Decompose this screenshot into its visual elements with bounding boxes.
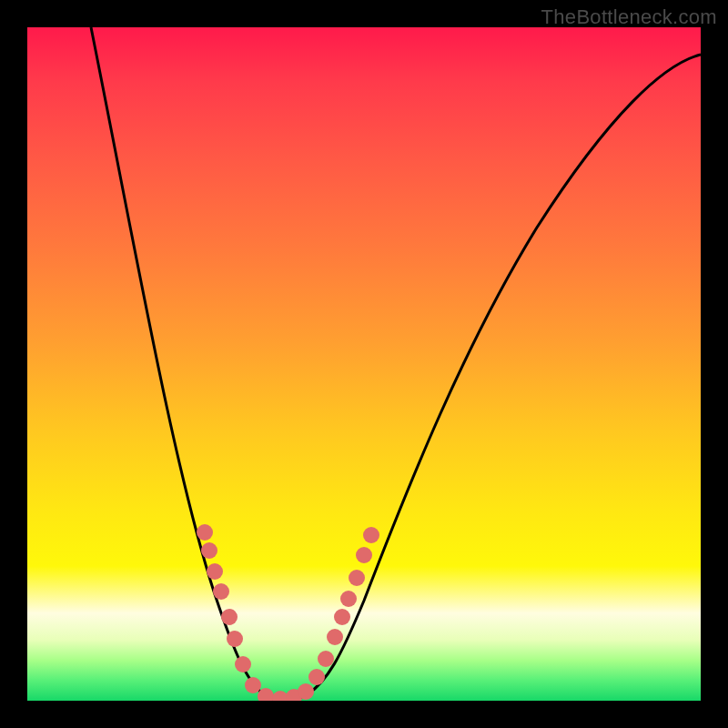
data-point: [308, 669, 325, 685]
chart-svg: [27, 27, 701, 701]
data-point: [340, 591, 357, 607]
data-point: [334, 609, 350, 625]
data-point: [363, 527, 379, 543]
chart-plot-area: [27, 27, 701, 701]
data-point: [213, 583, 229, 600]
data-point: [318, 651, 334, 667]
bottleneck-curve: [91, 27, 701, 701]
data-point: [298, 683, 314, 700]
outer-frame: TheBottleneck.com: [0, 0, 728, 728]
data-point: [356, 547, 372, 563]
data-point: [221, 609, 238, 625]
data-point: [227, 631, 243, 647]
data-point: [245, 677, 261, 693]
watermark-text: TheBottleneck.com: [541, 5, 717, 29]
data-point: [197, 524, 213, 541]
data-point: [207, 563, 223, 580]
data-point: [235, 656, 251, 672]
data-point: [201, 542, 217, 559]
data-point: [349, 570, 365, 586]
data-point: [327, 629, 343, 645]
data-points-group: [197, 524, 379, 701]
